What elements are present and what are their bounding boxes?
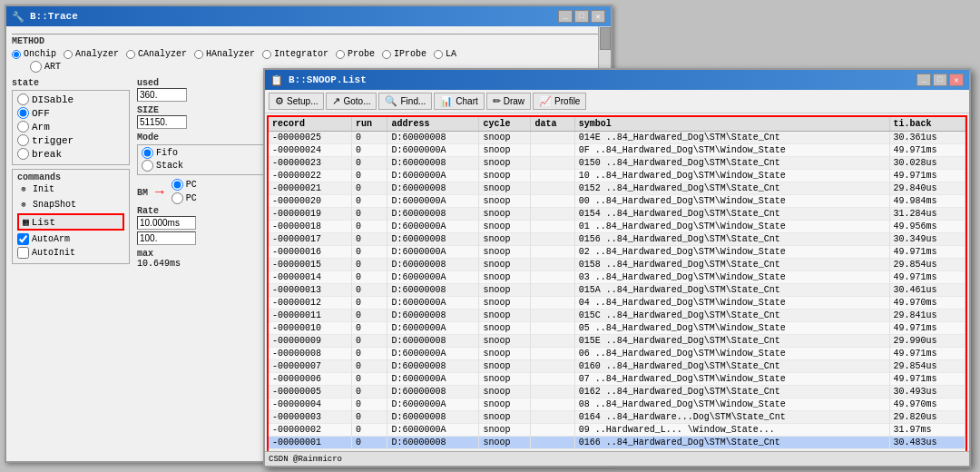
la-radio-group[interactable]: LA (434, 49, 456, 59)
autoarm-row[interactable]: AutoArm (17, 233, 124, 245)
table-row[interactable]: -000000120D:6000000Asnoop04 ..84_Hardwar… (269, 297, 965, 310)
break-state-item[interactable]: break (17, 148, 124, 160)
cell-3: snoop (479, 170, 531, 182)
pc-radio-2[interactable]: PC (172, 192, 197, 204)
table-row[interactable]: -000000020D:6000000Asnoop09 ..Hardwared_… (269, 424, 965, 437)
maximize-button[interactable]: □ (574, 10, 589, 23)
table-row[interactable]: -000000010D:60000008snoop0166 ..84_Hardw… (269, 437, 965, 449)
table-row[interactable]: -000000170D:60000008snoop0156 ..84_Hardw… (269, 233, 965, 246)
onchip-radio-group[interactable]: Onchip (12, 49, 56, 59)
size-input[interactable] (137, 115, 187, 129)
find-label: Find... (400, 96, 426, 106)
table-row[interactable]: -000000040D:6000000Asnoop08 ..84_Hardwar… (269, 398, 965, 411)
table-row[interactable]: -000000190D:60000008snoop0154 ..84_Hardw… (269, 208, 965, 221)
cell-1: 0 (351, 360, 387, 373)
init-button[interactable]: ⊗ Init (17, 182, 124, 195)
fifo-radio[interactable] (142, 147, 153, 159)
draw-icon: ✏ (493, 95, 501, 107)
rate-input-2[interactable] (137, 231, 196, 245)
table-container[interactable]: record run address cycle data symbol ti.… (267, 115, 967, 457)
list-button[interactable]: ▦ List (17, 213, 124, 231)
probe-radio-group[interactable]: Probe (336, 49, 375, 59)
profile-button[interactable]: 📈 Profile (533, 93, 586, 110)
off-state-item[interactable]: OFF (17, 107, 124, 119)
la-radio[interactable] (434, 50, 443, 59)
rate-input-1[interactable] (137, 216, 196, 230)
trigger-label: trigger (32, 135, 74, 146)
integrator-radio[interactable] (262, 50, 271, 59)
art-radio[interactable] (30, 61, 42, 73)
autoarm-checkbox[interactable] (17, 233, 29, 245)
autoinit-checkbox[interactable] (17, 247, 29, 259)
draw-button[interactable]: ✏ Draw (486, 93, 531, 110)
cell-0: -00000001 (269, 437, 351, 449)
table-row[interactable]: -000000150D:60000008snoop0158 ..84_Hardw… (269, 259, 965, 271)
cell-1: 0 (351, 208, 387, 221)
table-row[interactable]: -000000180D:6000000Asnoop01 ..84_Hardwar… (269, 221, 965, 233)
snoop-minimize-button[interactable]: _ (916, 74, 931, 86)
pc2-label: PC (186, 193, 197, 203)
integrator-radio-group[interactable]: Integrator (262, 49, 328, 59)
probe-radio[interactable] (336, 50, 345, 59)
table-row[interactable]: -000000140D:6000000Asnoop03 ..84_Hardwar… (269, 271, 965, 284)
pc2-radio[interactable] (172, 192, 183, 204)
canalyzer-radio-group[interactable]: CAnalyzer (126, 49, 187, 59)
pc-radio-1[interactable]: PC (172, 179, 197, 191)
table-row[interactable]: -000000200D:6000000Asnoop00 ..84_Hardwar… (269, 195, 965, 208)
arm-state-item[interactable]: Arm (17, 121, 124, 133)
minimize-button[interactable]: _ (558, 10, 573, 23)
table-row[interactable]: -000000050D:60000008snoop0162 ..84_Hardw… (269, 386, 965, 398)
table-row[interactable]: -000000030D:60000008snoop0164 ..84_Hardw… (269, 411, 965, 424)
hanalyzer-radio[interactable] (194, 50, 203, 59)
snoop-close-button[interactable]: ✕ (949, 74, 964, 86)
table-row[interactable]: -000000090D:60000008snoop015E ..84_Hardw… (269, 335, 965, 348)
off-radio[interactable] (17, 107, 29, 119)
cell-2: D:60000008 (387, 310, 479, 322)
table-row[interactable]: -000000250D:60000008snoop014E ..84_Hardw… (269, 132, 965, 144)
analyzer-radio[interactable] (64, 50, 73, 59)
find-button[interactable]: 🔍 Find... (378, 93, 432, 110)
iprobe-radio-group[interactable]: IProbe (382, 49, 426, 59)
table-row[interactable]: -000000210D:60000008snoop0152 ..84_Hardw… (269, 182, 965, 195)
pc1-radio[interactable] (172, 179, 183, 191)
cell-0: -00000014 (269, 271, 351, 284)
table-row[interactable]: -000000080D:6000000Asnoop06 ..84_Hardwar… (269, 348, 965, 360)
cell-2: D:6000000A (387, 297, 479, 310)
table-row[interactable]: -000000230D:60000008snoop0150 ..84_Hardw… (269, 157, 965, 170)
main-window-title: B::Trace (30, 11, 78, 22)
snoop-maximize-button[interactable]: □ (933, 74, 947, 86)
chart-button[interactable]: 📊 Chart (434, 93, 484, 110)
commands-group: commands ⊗ Init ⊗ SnapShot ▦ List (12, 169, 130, 264)
table-row[interactable]: -000000160D:6000000Asnoop02 ..84_Hardwar… (269, 246, 965, 259)
trigger-state-item[interactable]: trigger (17, 134, 124, 146)
goto-button[interactable]: ↗ Goto... (326, 93, 377, 110)
iprobe-radio[interactable] (382, 50, 391, 59)
table-row[interactable]: -000000220D:6000000Asnoop10 ..84_Hardwar… (269, 170, 965, 182)
autoinit-row[interactable]: AutoInit (17, 247, 124, 259)
arm-radio[interactable] (17, 121, 29, 133)
table-row[interactable]: -000000130D:60000008snoop015A ..84_Hardw… (269, 284, 965, 297)
close-button[interactable]: ✕ (591, 10, 605, 23)
table-row[interactable]: -000000110D:60000008snoop015C ..84_Hardw… (269, 310, 965, 322)
break-radio[interactable] (17, 148, 29, 160)
table-row[interactable]: -000000070D:60000008snoop0160 ..84_Hardw… (269, 360, 965, 373)
setup-button[interactable]: ⚙ Setup... (269, 93, 324, 110)
disable-radio[interactable] (17, 93, 29, 105)
stack-radio[interactable] (142, 160, 153, 172)
cell-0: -00000005 (269, 386, 351, 398)
snapshot-button[interactable]: ⊗ SnapShot (17, 198, 124, 211)
table-row[interactable]: -000000100D:6000000Asnoop05 ..84_Hardwar… (269, 322, 965, 335)
cell-4 (531, 284, 574, 297)
hanalyzer-radio-group[interactable]: HAnalyzer (194, 49, 255, 59)
disable-state-item[interactable]: DISable (17, 93, 124, 105)
table-row[interactable]: -000000240D:6000000Asnoop0F ..84_Hardwar… (269, 144, 965, 157)
trigger-radio[interactable] (17, 134, 29, 146)
cell-2: D:60000008 (387, 259, 479, 271)
used-input[interactable] (137, 88, 187, 102)
snoop-window-title: B::SNOOP.List (289, 74, 367, 85)
analyzer-radio-group[interactable]: Analyzer (64, 49, 119, 59)
canalyzer-radio[interactable] (126, 50, 135, 59)
onchip-radio[interactable] (12, 50, 21, 59)
table-row[interactable]: -000000060D:6000000Asnoop07 ..84_Hardwar… (269, 373, 965, 386)
cell-6: 30.493us (889, 386, 965, 398)
